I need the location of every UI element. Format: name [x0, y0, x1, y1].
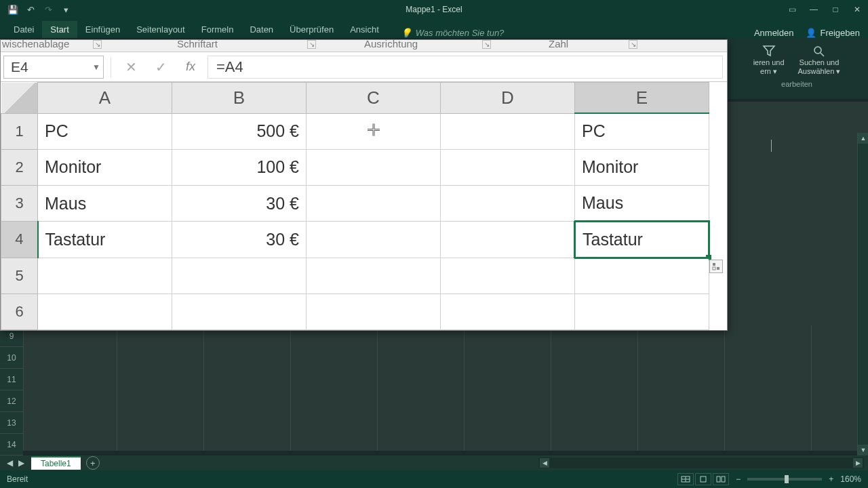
dialog-launcher-icon[interactable]: ↘ — [307, 40, 316, 49]
find-select-button[interactable]: Suchen und Auswählen ▾ — [798, 45, 841, 76]
cell-c1[interactable] — [307, 113, 441, 149]
dialog-launcher-icon[interactable]: ↘ — [629, 40, 637, 49]
bg-row-header[interactable]: 11 — [0, 369, 23, 390]
cancel-formula-button[interactable]: ✕ — [121, 57, 141, 77]
cell-d1[interactable] — [441, 113, 575, 149]
row-header-4[interactable]: 4 — [1, 222, 38, 258]
cell-e3[interactable]: Maus — [575, 186, 709, 222]
cell-a3[interactable]: Maus — [38, 186, 172, 222]
vertical-scrollbar[interactable]: ▲ ▼ — [857, 133, 868, 455]
tab-ueberpruefen[interactable]: Überprüfen — [281, 21, 342, 38]
cell-a6[interactable] — [38, 293, 172, 329]
cell-e1[interactable]: PC — [575, 113, 709, 149]
column-header-a[interactable]: A — [38, 83, 172, 114]
cell-a2[interactable]: Monitor — [38, 149, 172, 185]
enter-formula-button[interactable]: ✓ — [151, 57, 171, 77]
zoom-slider[interactable] — [747, 478, 822, 481]
dialog-launcher-icon[interactable]: ↘ — [482, 40, 491, 49]
new-sheet-button[interactable]: + — [86, 456, 100, 470]
bg-row-header[interactable]: 10 — [0, 347, 23, 369]
tab-seitenlayout[interactable]: Seitenlayout — [128, 21, 193, 38]
maximize-button[interactable]: □ — [825, 0, 846, 19]
row-header-2[interactable]: 2 — [1, 149, 38, 185]
sheet-nav-next-icon[interactable]: ▶ — [18, 458, 24, 468]
customize-qat-button[interactable]: ▾ — [58, 2, 73, 17]
cell-b5[interactable] — [172, 258, 307, 293]
insert-function-button[interactable]: fx — [180, 60, 201, 74]
page-layout-view-button[interactable] — [695, 473, 711, 485]
cell-b4[interactable]: 30 € — [172, 222, 307, 258]
tab-daten[interactable]: Daten — [241, 21, 281, 38]
column-header-e[interactable]: E — [575, 83, 709, 114]
page-break-view-button[interactable] — [713, 473, 729, 485]
tab-formeln[interactable]: Formeln — [193, 21, 242, 38]
cell-b6[interactable] — [172, 293, 307, 329]
normal-view-button[interactable] — [677, 473, 694, 485]
scroll-down-button[interactable]: ▼ — [858, 445, 868, 455]
column-header-b[interactable]: B — [172, 83, 307, 114]
cell-e4[interactable]: Tastatur — [575, 222, 709, 258]
minimize-button[interactable]: — — [803, 0, 825, 19]
share-button[interactable]: 👤 Freigeben — [806, 28, 860, 38]
tell-me-search[interactable]: 💡 Was möchten Sie tun? — [401, 28, 505, 38]
worksheet-grid[interactable]: A B C D E 1 PC 500 € PC 2 Moni — [1, 82, 727, 330]
cell-d3[interactable] — [441, 186, 575, 222]
row-header-6[interactable]: 6 — [1, 293, 38, 329]
ribbon-display-options-button[interactable]: ▭ — [781, 0, 803, 19]
cell-b1[interactable]: 500 € — [172, 113, 307, 149]
cell-c2[interactable] — [307, 149, 441, 185]
cell-d2[interactable] — [441, 149, 575, 185]
cell-b3[interactable]: 30 € — [172, 186, 307, 222]
cell-a1[interactable]: PC — [38, 113, 172, 149]
cell-c5[interactable] — [307, 258, 441, 293]
zoom-level[interactable]: 160% — [840, 474, 861, 484]
bg-row-header[interactable]: 14 — [0, 434, 23, 455]
formula-input[interactable]: =A4 — [208, 56, 723, 79]
close-button[interactable]: ✕ — [846, 0, 868, 19]
zoom-in-button[interactable]: + — [829, 474, 833, 484]
bg-row-header[interactable]: 12 — [0, 390, 23, 412]
scroll-left-button[interactable]: ◀ — [540, 458, 549, 468]
tab-ansicht[interactable]: Ansicht — [342, 21, 387, 38]
sheet-nav-prev-icon[interactable]: ◀ — [7, 458, 13, 468]
cell-d4[interactable] — [441, 222, 575, 258]
name-box-dropdown-icon[interactable]: ▼ — [92, 62, 100, 72]
sign-in-button[interactable]: Anmelden — [754, 28, 794, 38]
cell-a5[interactable] — [38, 258, 172, 293]
cell-a4[interactable]: Tastatur — [38, 222, 172, 258]
cell-c4[interactable] — [307, 222, 441, 258]
cell-e6[interactable] — [575, 293, 709, 329]
cell-d6[interactable] — [441, 293, 575, 329]
save-button[interactable]: 💾 — [5, 2, 20, 17]
tab-einfuegen[interactable]: Einfügen — [77, 21, 128, 38]
redo-button[interactable]: ↷ — [41, 2, 56, 17]
cell-b2[interactable]: 100 € — [172, 149, 307, 185]
tab-datei[interactable]: Datei — [5, 21, 42, 38]
cell-e5[interactable] — [575, 258, 709, 293]
horizontal-scrollbar[interactable]: ◀ ▶ — [538, 458, 864, 468]
scroll-up-button[interactable]: ▲ — [858, 133, 868, 144]
svg-rect-7 — [717, 267, 719, 270]
cell-c6[interactable] — [307, 293, 441, 329]
row-header-3[interactable]: 3 — [1, 186, 38, 222]
name-box[interactable]: E4 ▼ — [3, 56, 104, 79]
zoom-slider-thumb[interactable] — [785, 475, 789, 483]
column-header-c[interactable]: C — [307, 83, 441, 114]
column-header-d[interactable]: D — [441, 83, 575, 114]
sheet-tab-tabelle1[interactable]: Tabelle1 — [31, 456, 81, 470]
scroll-right-button[interactable]: ▶ — [853, 458, 863, 468]
cell-c3[interactable] — [307, 186, 441, 222]
select-all-button[interactable] — [1, 83, 38, 114]
sort-filter-button[interactable]: ieren und ern ▾ — [753, 45, 785, 76]
undo-button[interactable]: ↶ — [23, 2, 38, 17]
dialog-launcher-icon[interactable]: ↘ — [93, 40, 102, 49]
row-header-5[interactable]: 5 — [1, 258, 38, 293]
cell-d5[interactable] — [441, 258, 575, 293]
tab-start[interactable]: Start — [42, 21, 77, 38]
cell-e2[interactable]: Monitor — [575, 149, 709, 185]
row-header-1[interactable]: 1 — [1, 113, 38, 149]
autofill-options-button[interactable] — [709, 260, 723, 273]
zoom-out-button[interactable]: − — [736, 474, 741, 484]
bg-row-header[interactable]: 13 — [0, 412, 23, 434]
funnel-icon — [762, 45, 776, 57]
